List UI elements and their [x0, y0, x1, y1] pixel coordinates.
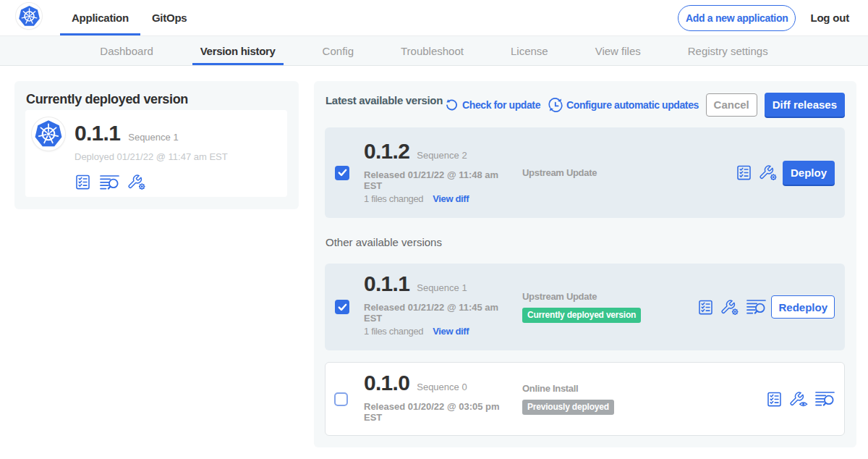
top-tabs: Application GitOps	[60, 0, 198, 35]
subnav-license[interactable]: License	[503, 36, 556, 65]
deployed-sequence-label: Sequence 1	[128, 132, 178, 143]
released-timestamp: Released 01/21/22 @ 11:48 am EST	[364, 169, 500, 191]
configure-automatic-updates-label: Configure automatic updates	[566, 99, 699, 111]
released-timestamp: Released 01/20/22 @ 03:05 pm EST	[364, 401, 500, 423]
subnav-view-files[interactable]: View files	[587, 36, 649, 65]
preflight-checklist-icon[interactable]	[766, 391, 783, 408]
version-checkbox[interactable]	[334, 392, 348, 406]
files-changed-label: 1 files changed	[364, 326, 423, 337]
check-for-update-link[interactable]: Check for update	[444, 97, 540, 112]
deploy-logs-icon[interactable]	[815, 391, 835, 407]
subnav-registry-settings[interactable]: Registry settings	[680, 36, 776, 65]
deployed-timestamp: Deployed 01/21/22 @ 11:47 am EST	[75, 151, 228, 163]
view-config-icon[interactable]	[790, 391, 808, 408]
kubernetes-logo-icon	[18, 5, 41, 28]
version-row-0.1.2: 0.1.2 Sequence 2 Released 01/21/22 @ 11:…	[325, 127, 845, 218]
top-header: Application GitOps Add a new application…	[0, 0, 868, 36]
kubernetes-logo	[16, 3, 42, 29]
currently-deployed-card: 0.1.1 Sequence 1 Deployed 01/21/22 @ 11:…	[25, 110, 287, 197]
sequence-label: Sequence 2	[417, 143, 467, 168]
subnav-version-history[interactable]: Version history	[192, 36, 284, 65]
preflight-checklist-icon[interactable]	[736, 164, 752, 181]
preflight-checklist-icon[interactable]	[75, 174, 91, 190]
version-number: 0.1.1	[364, 272, 409, 295]
add-new-application-button[interactable]: Add a new application	[678, 5, 796, 31]
cancel-button[interactable]: Cancel	[706, 93, 757, 117]
sequence-label: Sequence 0	[417, 375, 467, 400]
edit-config-icon[interactable]	[128, 174, 146, 190]
view-diff-link[interactable]: View diff	[433, 326, 469, 337]
released-timestamp: Released 01/21/22 @ 11:45 am EST	[364, 302, 500, 324]
previously-deployed-badge: Previously deployed	[522, 400, 614, 415]
main-content: Currently deployed version 0.1.1 Sequenc…	[0, 66, 868, 447]
configure-automatic-updates-link[interactable]: Configure automatic updates	[548, 97, 699, 113]
files-changed-label: 1 files changed	[364, 193, 423, 205]
latest-version-header: Latest available version Check for updat…	[325, 93, 845, 117]
deploy-button[interactable]: Deploy	[783, 161, 835, 185]
auto-update-clock-icon	[548, 97, 563, 113]
preflight-checklist-icon[interactable]	[697, 299, 714, 316]
app-logo	[32, 117, 65, 151]
app-subnav: Dashboard Version history Config Trouble…	[0, 36, 868, 66]
deploy-logs-icon[interactable]	[746, 299, 766, 315]
version-number: 0.1.2	[364, 140, 409, 163]
subnav-dashboard[interactable]: Dashboard	[92, 36, 161, 65]
version-source-label: Online Install	[522, 383, 766, 394]
version-line: 0.1.2 Sequence 2	[364, 140, 522, 168]
sequence-label: Sequence 1	[417, 276, 467, 300]
diff-releases-button[interactable]: Diff releases	[765, 93, 845, 117]
currently-deployed-badge: Currently deployed version	[522, 308, 641, 323]
version-source-label: Upstream Update	[522, 291, 697, 302]
deployed-version-number: 0.1.1	[75, 122, 120, 145]
version-line: 0.1.1 Sequence 1	[75, 122, 228, 145]
version-row-0.1.0: 0.1.0 Sequence 0 Released 01/20/22 @ 03:…	[325, 362, 845, 436]
version-source-label: Upstream Update	[522, 167, 736, 178]
view-diff-link[interactable]: View diff	[433, 193, 469, 205]
redeploy-button[interactable]: Redeploy	[771, 295, 835, 319]
topbar-spacer	[198, 0, 677, 35]
subnav-troubleshoot[interactable]: Troubleshoot	[393, 36, 472, 65]
tab-application[interactable]: Application	[60, 0, 140, 35]
version-history-panel: Latest available version Check for updat…	[314, 81, 856, 447]
other-versions-heading: Other available versions	[326, 236, 845, 249]
version-checkbox[interactable]	[335, 300, 349, 314]
currently-deployed-panel: Currently deployed version 0.1.1 Sequenc…	[14, 81, 299, 209]
edit-config-icon[interactable]	[721, 299, 739, 316]
version-row-0.1.1: 0.1.1 Sequence 1 Released 01/21/22 @ 11:…	[325, 264, 845, 350]
edit-config-icon[interactable]	[760, 164, 778, 181]
check-for-update-label: Check for update	[462, 99, 540, 111]
subnav-config[interactable]: Config	[315, 36, 362, 65]
tab-gitops[interactable]: GitOps	[140, 0, 199, 35]
deployed-version-info: 0.1.1 Sequence 1 Deployed 01/21/22 @ 11:…	[75, 110, 228, 197]
version-number: 0.1.0	[364, 371, 409, 395]
currently-deployed-title: Currently deployed version	[26, 92, 287, 107]
version-line: 0.1.1 Sequence 1	[364, 272, 522, 300]
latest-version-title: Latest available version	[326, 94, 443, 107]
version-checkbox[interactable]	[335, 166, 349, 180]
version-line: 0.1.0 Sequence 0	[364, 371, 522, 400]
logout-link[interactable]: Log out	[810, 12, 849, 24]
deploy-logs-icon[interactable]	[100, 174, 119, 190]
kubernetes-logo-icon	[34, 119, 63, 148]
refresh-icon	[444, 97, 459, 112]
